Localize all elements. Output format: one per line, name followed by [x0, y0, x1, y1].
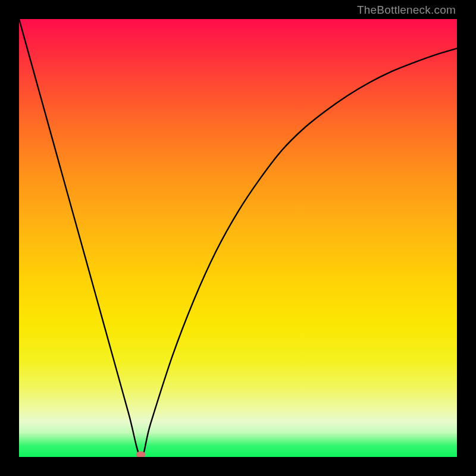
watermark-text: TheBottleneck.com — [357, 4, 456, 17]
plot-background-gradient — [19, 19, 457, 457]
chart-container: TheBottleneck.com — [0, 0, 476, 476]
